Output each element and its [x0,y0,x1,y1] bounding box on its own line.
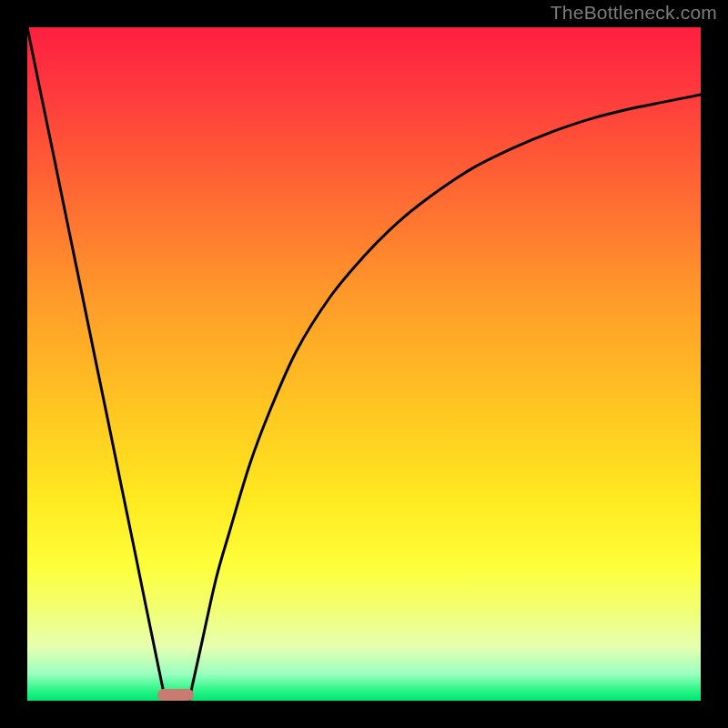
chart-frame: TheBottleneck.com [0,0,728,728]
optimal-marker [157,689,194,701]
attribution-label: TheBottleneck.com [551,2,717,24]
curve-right-branch [189,95,701,701]
plot-area [27,27,701,701]
bottleneck-curve [27,27,701,701]
curve-left-branch [27,27,166,701]
